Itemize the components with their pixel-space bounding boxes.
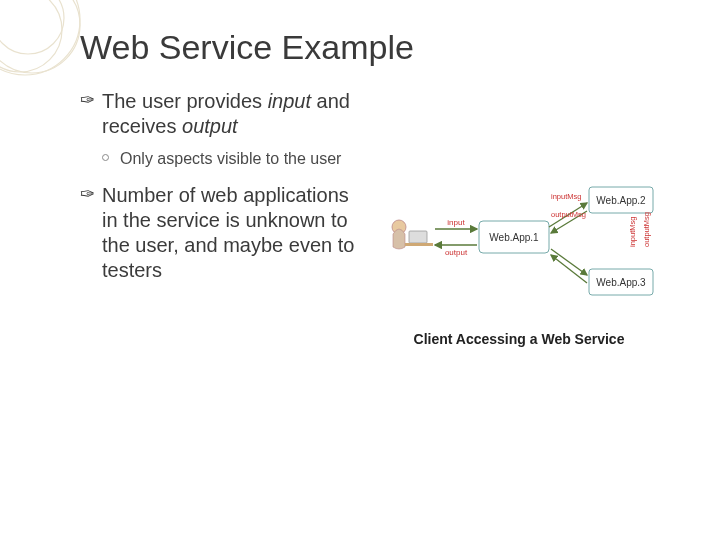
webservice-diagram: Web.App.1 Web.App.2 Web.App.3 input outp…	[379, 169, 659, 319]
arrow-outputmsg2: outputMsg	[642, 212, 651, 247]
bullet-column: ✑ The user provides input and receives o…	[80, 89, 360, 347]
bullet-icon: ✑	[80, 185, 95, 203]
bullet-3: ✑ Number of web applications in the serv…	[80, 183, 360, 283]
svg-line-14	[551, 249, 587, 275]
page-title: Web Service Example	[80, 28, 660, 67]
diagram-column: Web.App.1 Web.App.2 Web.App.3 input outp…	[378, 89, 660, 347]
diagram-caption: Client Accessing a Web Service	[414, 331, 625, 347]
webapp1-label: Web.App.1	[489, 232, 539, 243]
webapp2-label: Web.App.2	[596, 195, 646, 206]
bullet-3-text: Number of web applications in the servic…	[102, 184, 354, 281]
arrow-input: input	[447, 218, 465, 227]
svg-rect-6	[405, 243, 433, 246]
content-row: ✑ The user provides input and receives o…	[80, 89, 660, 347]
arrow-inputmsg2: inputMsg	[628, 217, 637, 247]
client-icon	[392, 220, 433, 249]
bullet-2-text: Only aspects visible to the user	[120, 150, 341, 167]
bullet-1-output: output	[182, 115, 238, 137]
slide: Web Service Example ✑ The user provides …	[0, 0, 720, 540]
arrow-output: output	[445, 248, 468, 257]
arrow-inputmsg1: inputMsg	[551, 192, 581, 201]
svg-rect-5	[409, 231, 427, 243]
bullet-1-text-a: The user provides	[102, 90, 268, 112]
bullet-1-input: input	[268, 90, 311, 112]
webapp3-label: Web.App.3	[596, 277, 646, 288]
bullet-1: ✑ The user provides input and receives o…	[80, 89, 360, 139]
bullet-2: Only aspects visible to the user	[80, 149, 360, 169]
bullet-icon: ✑	[80, 91, 95, 109]
subbullet-icon	[102, 154, 109, 161]
arrow-outputmsg1: outputMsg	[551, 210, 586, 219]
svg-line-15	[551, 255, 587, 283]
